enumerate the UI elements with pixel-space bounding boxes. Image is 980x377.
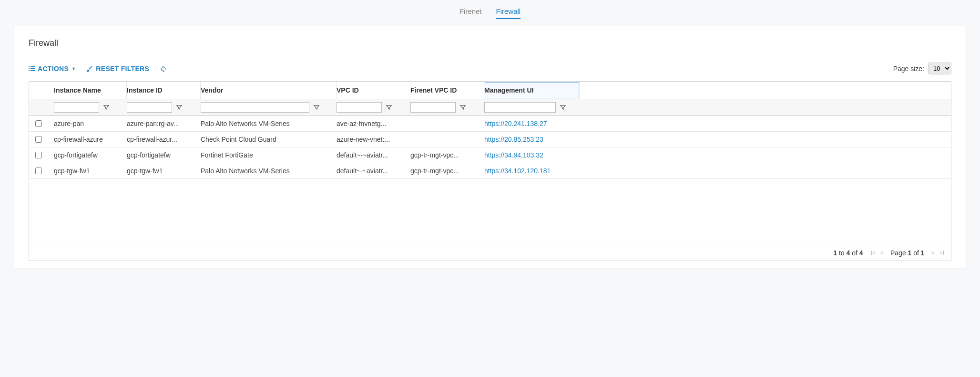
management-ui-link[interactable]: https://34.94.103.32	[484, 151, 543, 159]
panel-title: Firewall	[29, 38, 951, 48]
cell-firenet-vpc-id: gcp-tr-mgt-vpc...	[410, 163, 484, 178]
cell-instance-name: cp-firewall-azure	[53, 132, 127, 147]
cell-vpc-id: default~-~aviatr...	[337, 147, 410, 163]
pager-next-button[interactable]: >	[931, 250, 935, 256]
filter-icon[interactable]	[176, 104, 183, 111]
cell-vendor: Palo Alto Networks VM-Series	[201, 116, 337, 131]
header-checkbox-cell	[29, 82, 53, 99]
grid-footer: 1 to 4 of 4 I< < Page 1 of 1 > >I	[29, 245, 951, 261]
pager-range: 1 to 4 of 4	[833, 249, 863, 257]
cell-vendor: Fortinet FortiGate	[201, 147, 337, 163]
header-firenet-vpc-id[interactable]: Firenet VPC ID	[410, 82, 484, 99]
actions-label: ACTIONS	[38, 65, 69, 73]
header-vendor[interactable]: Vendor	[201, 82, 337, 99]
filter-icon[interactable]	[386, 104, 392, 111]
management-ui-link[interactable]: https://20.85.253.23	[484, 136, 543, 143]
filter-icon[interactable]	[459, 104, 466, 111]
filter-spacer	[580, 99, 951, 115]
firewall-grid: Instance Name Instance ID Vendor VPC ID …	[29, 81, 951, 261]
actions-dropdown[interactable]: ACTIONS ▼	[29, 65, 76, 73]
management-ui-link[interactable]: https://34.102.120.181	[484, 167, 551, 175]
cell-firenet-vpc-id	[410, 136, 484, 143]
row-checkbox-cell	[29, 132, 53, 147]
cell-vendor: Palo Alto Networks VM-Series	[201, 163, 337, 178]
filter-instance-name-input[interactable]	[54, 102, 99, 113]
cell-spacer	[580, 120, 951, 127]
header-vpc-id[interactable]: VPC ID	[337, 82, 410, 99]
filter-vpc-id-input[interactable]	[337, 102, 382, 113]
table-row[interactable]: gcp-tgw-fw1gcp-tgw-fw1Palo Alto Networks…	[29, 163, 951, 179]
tab-bar: Firenet Firewall	[0, 0, 980, 26]
cell-spacer	[580, 136, 951, 143]
pager-page-info: Page 1 of 1	[890, 249, 925, 257]
caret-down-icon: ▼	[71, 66, 76, 71]
tab-firewall[interactable]: Firewall	[496, 7, 521, 19]
page-size-control: Page size: 10	[893, 63, 951, 74]
cell-instance-name: gcp-tgw-fw1	[53, 163, 127, 178]
pager-nav: I< < Page 1 of 1 > >I	[871, 249, 944, 257]
filter-management-ui	[484, 99, 580, 115]
filter-firenet-vpc-id-input[interactable]	[410, 102, 456, 113]
cell-instance-name: azure-pan	[53, 116, 127, 131]
brush-icon	[86, 65, 93, 72]
filter-icon[interactable]	[103, 104, 110, 111]
page-size-select[interactable]: 10	[928, 63, 951, 74]
row-checkbox[interactable]	[35, 168, 42, 174]
refresh-button[interactable]	[160, 64, 167, 73]
cell-management-ui: https://20.85.253.23	[484, 132, 580, 147]
cell-instance-id: cp-firewall-azur...	[127, 132, 201, 147]
refresh-icon	[160, 65, 167, 73]
filter-vpc-id	[337, 99, 410, 115]
filter-firenet-vpc-id	[410, 99, 484, 115]
tab-firenet[interactable]: Firenet	[459, 7, 482, 19]
row-checkbox[interactable]	[35, 120, 42, 127]
list-icon	[29, 66, 35, 71]
management-ui-link[interactable]: https://20.241.138.27	[484, 120, 547, 127]
table-row[interactable]: azure-panazure-pan:rg-av...Palo Alto Net…	[29, 116, 951, 132]
cell-management-ui: https://34.102.120.181	[484, 163, 580, 178]
cell-instance-id: gcp-tgw-fw1	[127, 163, 201, 178]
cell-vendor: Check Point Cloud Guard	[201, 132, 337, 147]
page-size-label: Page size:	[893, 65, 924, 73]
reset-filters-label: RESET FILTERS	[96, 65, 149, 73]
header-spacer	[580, 82, 951, 99]
firewall-panel: Firewall ACTIONS ▼ RESET FILTERS	[14, 26, 966, 268]
filter-instance-id-input[interactable]	[127, 102, 172, 113]
pager-first-button[interactable]: I<	[871, 250, 876, 256]
header-instance-name[interactable]: Instance Name	[53, 82, 127, 99]
grid-header: Instance Name Instance ID Vendor VPC ID …	[29, 82, 951, 99]
cell-spacer	[580, 151, 951, 159]
toolbar: ACTIONS ▼ RESET FILTERS Page size: 10	[29, 63, 951, 74]
filter-icon[interactable]	[560, 104, 566, 111]
pager-prev-button[interactable]: <	[880, 250, 884, 256]
row-checkbox-cell	[29, 116, 53, 131]
table-row[interactable]: cp-firewall-azurecp-firewall-azur...Chec…	[29, 132, 951, 147]
cell-firenet-vpc-id	[410, 120, 484, 127]
cell-instance-id: azure-pan:rg-av...	[127, 116, 201, 131]
row-checkbox[interactable]	[35, 136, 42, 143]
filter-vendor-input[interactable]	[201, 102, 309, 113]
cell-vpc-id: azure-new-vnet:...	[337, 132, 410, 147]
row-checkbox[interactable]	[35, 152, 42, 158]
header-management-ui[interactable]: Management UI	[484, 82, 580, 99]
table-row[interactable]: gcp-fortigatefwgcp-fortigatefwFortinet F…	[29, 147, 951, 163]
row-checkbox-cell	[29, 164, 53, 178]
cell-instance-name: gcp-fortigatefw	[53, 147, 127, 163]
cell-instance-id: gcp-fortigatefw	[127, 147, 201, 163]
grid-body: azure-panazure-pan:rg-av...Palo Alto Net…	[29, 116, 951, 245]
cell-firenet-vpc-id: gcp-tr-mgt-vpc...	[410, 147, 484, 163]
reset-filters-button[interactable]: RESET FILTERS	[86, 65, 149, 73]
row-checkbox-cell	[29, 148, 53, 162]
cell-management-ui: https://34.94.103.32	[484, 147, 580, 163]
cell-vpc-id: ave-az-fnvnetg...	[337, 116, 410, 131]
header-instance-id[interactable]: Instance ID	[127, 82, 201, 99]
filter-vendor	[201, 99, 337, 115]
filter-checkbox-cell	[29, 99, 53, 115]
filter-instance-id	[127, 99, 201, 115]
filter-icon[interactable]	[313, 104, 320, 111]
filter-instance-name	[53, 99, 127, 115]
filter-management-ui-input[interactable]	[484, 102, 556, 113]
cell-management-ui: https://20.241.138.27	[484, 116, 580, 131]
pager-last-button[interactable]: >I	[939, 250, 944, 256]
cell-spacer	[580, 167, 951, 175]
